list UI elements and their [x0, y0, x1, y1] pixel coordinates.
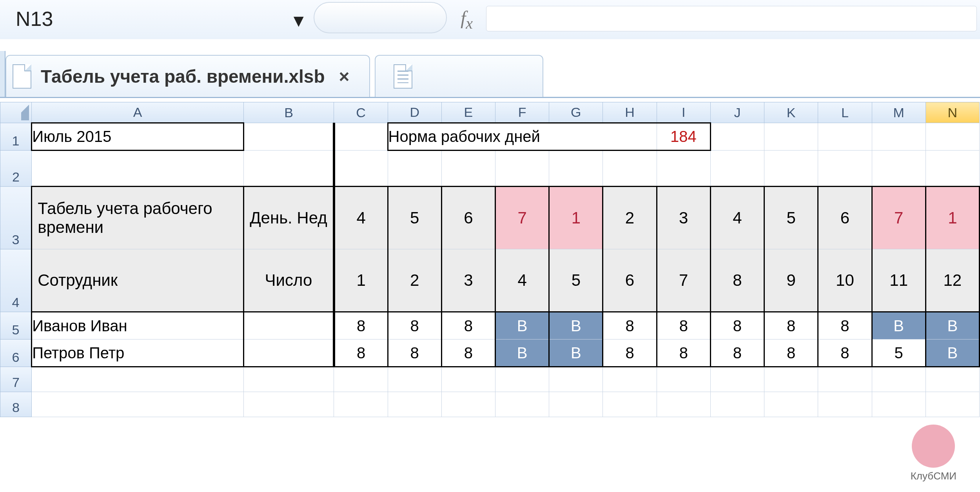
- row-header[interactable]: 2: [0, 151, 32, 187]
- cell[interactable]: [334, 392, 388, 417]
- cell[interactable]: [710, 123, 764, 151]
- cell[interactable]: [764, 123, 818, 151]
- col-header[interactable]: C: [334, 102, 388, 123]
- row-header[interactable]: 6: [0, 339, 32, 367]
- cell[interactable]: [243, 367, 334, 392]
- cell[interactable]: [549, 151, 603, 187]
- col-header[interactable]: N: [926, 102, 979, 123]
- cell[interactable]: В: [495, 312, 549, 339]
- cell[interactable]: 2: [603, 187, 657, 249]
- cell[interactable]: [441, 367, 495, 392]
- cell[interactable]: 8: [764, 339, 818, 367]
- cell[interactable]: Иванов Иван: [32, 312, 244, 339]
- col-header[interactable]: E: [441, 102, 495, 123]
- cell[interactable]: [710, 151, 764, 187]
- cell[interactable]: 8: [603, 312, 657, 339]
- cell[interactable]: 8: [710, 339, 764, 367]
- col-header[interactable]: L: [818, 102, 872, 123]
- cell[interactable]: [441, 392, 495, 417]
- cell[interactable]: [32, 392, 244, 417]
- cell[interactable]: 8: [764, 312, 818, 339]
- cell[interactable]: В: [495, 339, 549, 367]
- cell[interactable]: Июль 2015: [32, 123, 244, 151]
- cell[interactable]: 6: [818, 187, 872, 249]
- cell[interactable]: 8: [657, 312, 710, 339]
- cell[interactable]: [549, 392, 603, 417]
- cell[interactable]: [388, 392, 441, 417]
- cell[interactable]: 7: [495, 187, 549, 249]
- row-header[interactable]: 8: [0, 392, 32, 417]
- formula-bar-input[interactable]: [486, 6, 977, 31]
- cell[interactable]: [549, 367, 603, 392]
- cell[interactable]: 184: [657, 123, 710, 151]
- cell[interactable]: [603, 392, 657, 417]
- cell[interactable]: 8: [441, 339, 495, 367]
- cell[interactable]: [710, 367, 764, 392]
- cell[interactable]: В: [549, 339, 603, 367]
- cell[interactable]: [603, 367, 657, 392]
- cell[interactable]: 8: [818, 339, 872, 367]
- cell[interactable]: Петров Петр: [32, 339, 244, 367]
- cell[interactable]: [872, 123, 926, 151]
- cell[interactable]: Сотрудник: [32, 249, 244, 312]
- cell[interactable]: 5: [388, 187, 441, 249]
- cell[interactable]: [764, 392, 818, 417]
- cell[interactable]: 8: [710, 249, 764, 312]
- col-header[interactable]: I: [657, 102, 710, 123]
- cell[interactable]: 8: [388, 312, 441, 339]
- cell[interactable]: [818, 392, 872, 417]
- cell[interactable]: [32, 367, 244, 392]
- cell[interactable]: 7: [657, 249, 710, 312]
- cell[interactable]: 8: [657, 339, 710, 367]
- cell[interactable]: [495, 151, 549, 187]
- cell[interactable]: [926, 392, 979, 417]
- cell[interactable]: [388, 367, 441, 392]
- cell[interactable]: [334, 123, 388, 151]
- row-header[interactable]: 5: [0, 312, 32, 339]
- cell[interactable]: 1: [549, 187, 603, 249]
- cell[interactable]: [243, 312, 334, 339]
- row-header[interactable]: 7: [0, 367, 32, 392]
- cell[interactable]: [764, 151, 818, 187]
- cell[interactable]: Число: [243, 249, 334, 312]
- cell[interactable]: 8: [334, 339, 388, 367]
- name-box[interactable]: N13: [16, 0, 53, 37]
- cell[interactable]: [243, 339, 334, 367]
- cell[interactable]: 8: [334, 312, 388, 339]
- select-all-corner[interactable]: [0, 102, 32, 123]
- cell[interactable]: [872, 367, 926, 392]
- cell[interactable]: 8: [603, 339, 657, 367]
- cell[interactable]: [243, 123, 334, 151]
- cell[interactable]: В: [872, 312, 926, 339]
- col-header[interactable]: M: [872, 102, 926, 123]
- col-header[interactable]: J: [710, 102, 764, 123]
- cell[interactable]: [334, 151, 388, 187]
- cell[interactable]: [657, 367, 710, 392]
- row-header[interactable]: 1: [0, 123, 32, 151]
- cell[interactable]: [818, 367, 872, 392]
- cell[interactable]: 11: [872, 249, 926, 312]
- cell[interactable]: [926, 151, 979, 187]
- cell[interactable]: [495, 392, 549, 417]
- cell[interactable]: 1: [334, 249, 388, 312]
- cell[interactable]: Норма рабочих дней: [388, 123, 657, 151]
- cell[interactable]: [243, 392, 334, 417]
- col-header[interactable]: A: [32, 102, 244, 123]
- cell[interactable]: 6: [441, 187, 495, 249]
- cell[interactable]: 8: [441, 312, 495, 339]
- cell[interactable]: 4: [495, 249, 549, 312]
- cell[interactable]: 5: [872, 339, 926, 367]
- cell[interactable]: 9: [764, 249, 818, 312]
- cell[interactable]: [441, 151, 495, 187]
- cell[interactable]: День. Нед: [243, 187, 334, 249]
- col-header[interactable]: K: [764, 102, 818, 123]
- cell[interactable]: 4: [710, 187, 764, 249]
- close-icon[interactable]: ×: [339, 66, 349, 87]
- cell[interactable]: [926, 367, 979, 392]
- cell[interactable]: [818, 123, 872, 151]
- cell[interactable]: 3: [657, 187, 710, 249]
- cell[interactable]: В: [549, 312, 603, 339]
- cell[interactable]: [388, 151, 441, 187]
- cell[interactable]: 5: [549, 249, 603, 312]
- cell[interactable]: 6: [603, 249, 657, 312]
